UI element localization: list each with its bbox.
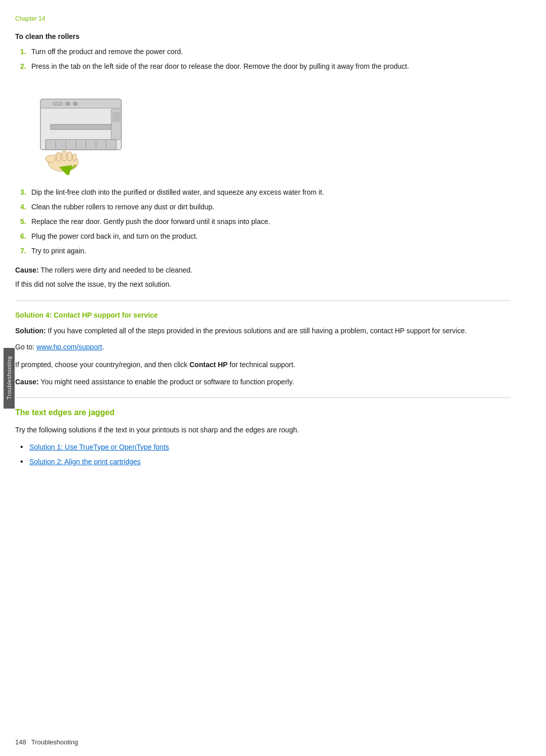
sidebar-label: Troubleshooting	[6, 356, 12, 399]
divider-2	[15, 397, 511, 398]
step-3-num: 3.	[20, 187, 31, 198]
solution2-link[interactable]: Solution 2: Align the print cartridges	[29, 457, 141, 467]
svg-rect-7	[112, 112, 120, 122]
goto-prefix: Go to:	[15, 343, 36, 351]
step-1-text: Turn off the product and remove the powe…	[31, 47, 511, 57]
cause-text-2: You might need assistance to enable the …	[39, 378, 294, 386]
solution4-text: Solution: If you have completed all of t…	[15, 325, 511, 336]
cause-block-2: Cause: You might need assistance to enab…	[15, 376, 511, 387]
svg-rect-2	[51, 124, 111, 129]
step-1-num: 1.	[20, 47, 31, 57]
text-edges-links-list: Solution 1: Use TrueType or OpenType fon…	[20, 442, 511, 467]
svg-rect-3	[53, 102, 62, 105]
svg-rect-4	[66, 102, 70, 105]
step-5-num: 5.	[20, 216, 31, 227]
text-edges-link-1: Solution 1: Use TrueType or OpenType fon…	[20, 442, 511, 453]
step-5-text: Replace the rear door. Gently push the d…	[31, 216, 511, 227]
cause-label-2: Cause:	[15, 378, 39, 386]
step-4-num: 4.	[20, 202, 31, 212]
printer-svg	[25, 84, 136, 175]
solution1-link[interactable]: Solution 1: Use TrueType or OpenType fon…	[29, 442, 169, 453]
if-note: If this did not solve the issue, try the…	[15, 279, 511, 290]
step-6-num: 6.	[20, 231, 31, 242]
steps-list-part1: 1. Turn off the product and remove the p…	[20, 47, 511, 72]
text-edges-link-2: Solution 2: Align the print cartridges	[20, 457, 511, 467]
svg-rect-19	[68, 152, 72, 161]
step-3-text: Dip the lint-free cloth into the purifie…	[31, 187, 511, 198]
step-6-text: Plug the power cord back in, and turn on…	[31, 231, 511, 242]
footer-page-num: 148	[15, 738, 26, 746]
step-4: 4. Clean the rubber rollers to remove an…	[20, 202, 511, 212]
page-footer: 148 Troubleshooting	[15, 738, 526, 746]
prompt-prefix: If prompted, choose your country/region,…	[15, 361, 190, 369]
step-5: 5. Replace the rear door. Gently push th…	[20, 216, 511, 227]
hp-support-link[interactable]: www.hp.com/support	[36, 343, 102, 351]
divider-1	[15, 300, 511, 301]
prompt-suffix: for technical support.	[228, 361, 295, 369]
svg-rect-20	[73, 154, 76, 161]
prompt-line: If prompted, choose your country/region,…	[15, 359, 511, 370]
goto-line: Go to: www.hp.com/support.	[15, 341, 511, 352]
footer-section-label: Troubleshooting	[31, 738, 78, 746]
step-3: 3. Dip the lint-free cloth into the puri…	[20, 187, 511, 198]
solution4-label: Solution:	[15, 327, 46, 335]
text-edges-intro: Try the following solutions if the text …	[15, 424, 511, 435]
svg-rect-5	[73, 102, 77, 105]
step-2: 2. Press in the tab on the left side of …	[20, 61, 511, 72]
cause-text-1: The rollers were dirty and needed to be …	[39, 266, 193, 274]
contact-hp-bold: Contact HP	[190, 361, 228, 369]
step-1: 1. Turn off the product and remove the p…	[20, 47, 511, 57]
svg-rect-17	[57, 152, 61, 161]
step-4-text: Clean the rubber rollers to remove any d…	[31, 202, 511, 212]
clean-rollers-title: To clean the rollers	[15, 32, 511, 40]
goto-suffix: .	[102, 343, 104, 351]
sidebar-tab: Troubleshooting	[4, 348, 15, 409]
cause-block-1: Cause: The rollers were dirty and needed…	[15, 264, 511, 276]
chapter-header: Chapter 14	[15, 15, 511, 22]
main-content: Chapter 14 To clean the rollers 1. Turn …	[15, 0, 511, 756]
step-7-text: Try to print again.	[31, 246, 511, 256]
solution4-heading: Solution 4: Contact HP support for servi…	[15, 311, 511, 319]
steps-list-part2: 3. Dip the lint-free cloth into the puri…	[20, 187, 511, 256]
svg-rect-18	[62, 151, 66, 161]
step-7-num: 7.	[20, 246, 31, 256]
svg-point-16	[46, 155, 56, 162]
step-2-text: Press in the tab on the left side of the…	[31, 61, 511, 72]
svg-rect-1	[40, 99, 121, 108]
step-2-num: 2.	[20, 61, 31, 72]
solution4-body: If you have completed all of the steps p…	[46, 327, 467, 335]
text-edges-heading: The text edges are jagged	[15, 408, 511, 417]
step-7: 7. Try to print again.	[20, 246, 511, 256]
svg-rect-8	[46, 140, 116, 150]
printer-illustration	[25, 84, 511, 175]
cause-label-1: Cause:	[15, 266, 39, 274]
step-6: 6. Plug the power cord back in, and turn…	[20, 231, 511, 242]
